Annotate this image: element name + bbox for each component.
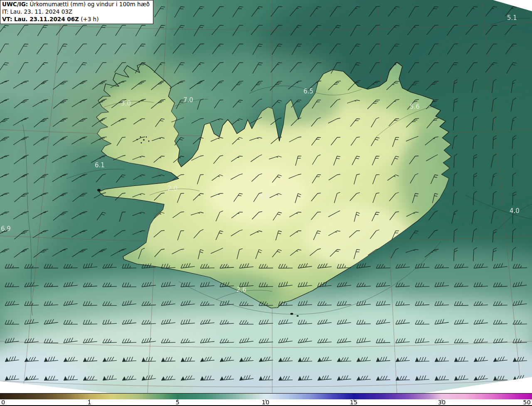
- contour-value-label: 1.0: [259, 193, 269, 201]
- title-parameter-text: Úrkomumætti (mm) og vindur i 100m hæð: [28, 1, 150, 7]
- colorbar-gradient: [0, 393, 532, 399]
- contour-value-label: 6.5: [303, 88, 313, 95]
- colorbar-tick: [266, 399, 266, 401]
- colorbar-labels: 01510153050: [0, 399, 532, 406]
- contour-value-label: 5.6: [410, 103, 420, 110]
- contour-value-label: 5.1: [507, 14, 517, 22]
- contour-value-label: 3.0: [121, 100, 131, 107]
- precipitation-colorbar: 01510153050: [0, 393, 532, 406]
- weather-map: 5.16.55.63.07.06.16.94.02.01.02.6: [0, 0, 532, 394]
- colorbar-tick-label: 50: [523, 399, 531, 406]
- contour-value-label: 6.9: [1, 225, 11, 232]
- title-box: UWC/IG: Úrkomumætti (mm) og vindur i 100…: [0, 0, 153, 24]
- map-canvas: 5.16.55.63.07.06.16.94.02.01.02.6: [0, 0, 532, 394]
- contour-value-label: 2.0: [167, 185, 177, 192]
- title-line-1: UWC/IG: Úrkomumætti (mm) og vindur i 100…: [2, 1, 150, 8]
- contour-value-label: 7.0: [183, 96, 193, 104]
- colorbar-tick: [354, 399, 354, 401]
- contour-value-label: 6.1: [95, 161, 105, 169]
- colorbar-tick-label: 0: [1, 399, 5, 406]
- contour-value-label: 2.6: [236, 286, 246, 293]
- valid-time-label: VT: Lau. 23.11.2024 06Z: [2, 16, 79, 22]
- contour-value-label: 4.0: [510, 207, 520, 215]
- title-line-2-init-time: IT: Lau. 23. 11. 2024 03Z: [2, 8, 150, 16]
- model-id-label: UWC/IG:: [2, 1, 28, 7]
- valid-time-offset: (+3 h): [79, 16, 99, 22]
- colorbar-tick: [89, 399, 90, 401]
- colorbar-tick: [442, 399, 442, 401]
- colorbar-tick: [177, 399, 178, 401]
- title-line-3: VT: Lau. 23.11.2024 06Z (+3 h): [2, 16, 150, 23]
